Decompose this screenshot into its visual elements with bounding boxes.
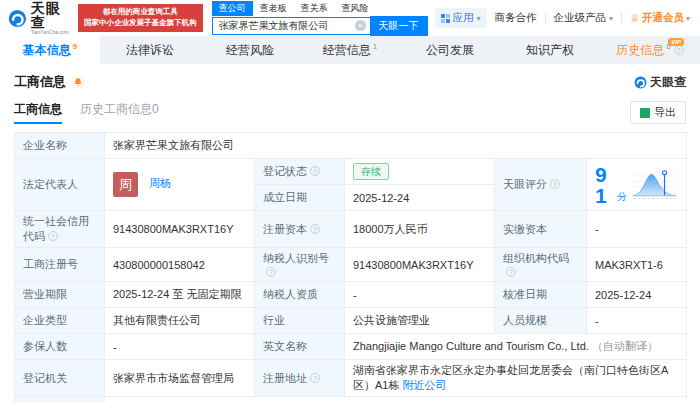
staff-value: - (587, 308, 687, 334)
status-badge: 存续 (353, 163, 389, 180)
export-label: 导出 (654, 105, 676, 120)
company-nav-tabs: 基本信息 9 法律诉讼 经营风险 经营信息 1 公司发展 知识产权 历史信息 6… (0, 36, 700, 64)
section-header: 工商信息 天眼查 (0, 64, 700, 91)
est-date-label: 成立日期 (255, 185, 345, 211)
reg-status-label-cell: 登记状态? (255, 159, 345, 185)
watermark-logo: 天眼查 (634, 74, 686, 91)
open-vip-menu[interactable]: ♕ 开通会员 ▾ (630, 11, 690, 25)
table-row: 经营范围? 一般项目：旅游开发项目策划咨询；游览景区管理；以自有资金从事投资活动… (15, 397, 687, 402)
tianyancha-company-page: 天眼查 TianYanCha.com 都在用的商业查询工具 国家中小企业发展子基… (0, 0, 700, 402)
reg-status-cell: 存续 (345, 159, 495, 185)
en-name-cell: Zhangjiajie Mango Culture and Tourism Co… (345, 334, 687, 360)
banner-line2: 国家中小企业发展子基金旗下机构 (84, 18, 197, 29)
crown-icon: ♕ (630, 12, 640, 25)
search-tab-company[interactable]: 查公司 (212, 1, 253, 16)
table-row: 企业类型 其他有限责任公司 行业 公共设施管理业 人员规模 - (15, 308, 687, 334)
table-row: 法定代表人 周 周杨 登记状态? 存续 天眼评分? 91 分 (15, 159, 687, 185)
clear-icon[interactable]: ✕ (355, 20, 366, 31)
legal-rep-link[interactable]: 周杨 (149, 177, 171, 189)
apps-menu[interactable]: 应用 ▾ (435, 8, 487, 28)
taxid-label: 纳税人识别号 (263, 252, 329, 264)
scope-label-cell: 经营范围? (15, 397, 105, 402)
table-row: 参保人数 - 英文名称 Zhangjiajie Mango Culture an… (15, 334, 687, 360)
help-icon[interactable]: ? (506, 267, 516, 277)
biz-cooperation-link[interactable]: 商务合作 (495, 11, 537, 25)
regcap-value: 18000万人民币 (345, 211, 495, 248)
tab-history-info[interactable]: 历史信息 6 ? VIP (600, 36, 700, 64)
table-row: 统一社会信用代码? 91430800MAK3RXT16Y 注册资本? 18000… (15, 211, 687, 248)
help-icon[interactable]: ? (550, 179, 560, 189)
uscc-value: 91430800MAK3RXT16Y (105, 211, 255, 248)
score-cell[interactable]: 91 分 (587, 159, 687, 211)
tianyancha-logo-icon (634, 76, 647, 89)
avatar[interactable]: 周 (113, 172, 138, 197)
score-unit: 分 (617, 190, 627, 204)
tab-operation-info[interactable]: 经营信息 1 (300, 36, 400, 64)
tab-label: 公司发展 (426, 42, 474, 59)
top-header: 天眼查 TianYanCha.com 都在用的商业查询工具 国家中小企业发展子基… (0, 0, 700, 36)
help-icon[interactable]: ? (48, 231, 58, 241)
regno-value: 430800000158042 (105, 248, 255, 282)
help-icon[interactable]: ? (674, 45, 684, 55)
logo-name: 天眼查 (31, 1, 71, 29)
regno-label: 工商注册号 (15, 248, 105, 282)
taxq-label: 纳税人资质 (255, 282, 345, 308)
search-button[interactable]: 天眼一下 (370, 16, 428, 36)
search-input[interactable] (212, 17, 370, 35)
tab-intellectual-property[interactable]: 知识产权 (500, 36, 600, 64)
caret-down-icon: ▾ (477, 14, 481, 23)
subtab-row: 工商信息 历史工商信息0 导出 (0, 91, 700, 124)
search-tab-boss[interactable]: 查老板 (253, 1, 294, 16)
caret-down-icon: ▾ (609, 14, 613, 23)
export-button[interactable]: 导出 (630, 101, 686, 124)
vip-badge: VIP (668, 38, 684, 46)
search-box: ✕ 天眼一下 (212, 16, 428, 36)
tab-basic-info[interactable]: 基本信息 9 (0, 36, 100, 64)
score-label: 天眼评分 (503, 178, 547, 190)
monitor-bell-icon[interactable] (72, 76, 84, 88)
brand-banner: 都在用的商业查询工具 国家中小企业发展子基金旗下机构 (78, 4, 203, 32)
tab-count: 1 (373, 42, 377, 51)
logo-subtitle: TianYanCha.com (31, 30, 71, 35)
scope-value: 一般项目：旅游开发项目策划咨询；游览景区管理；以自有资金从事投资活动；票务代理服… (105, 397, 687, 402)
tab-label: 法律诉讼 (126, 42, 174, 59)
business-info-table: 企业名称 张家界芒果文旅有限公司 法定代表人 周 周杨 登记状态? 存续 天眼评… (14, 132, 687, 402)
help-icon[interactable]: ? (266, 267, 276, 277)
term-label: 营业期限 (15, 282, 105, 308)
address-value: 湖南省张家界市永定区永定办事处回龙居委会（南门口特色街区A区）A1栋 (353, 364, 668, 391)
score-label-cell: 天眼评分? (495, 159, 587, 211)
taxq-value: - (345, 282, 495, 308)
address-label: 注册地址 (263, 372, 307, 384)
app-grid-icon (441, 14, 450, 23)
enterprise-label: 企业级产品 (554, 11, 607, 23)
help-icon[interactable]: ? (310, 373, 320, 383)
help-icon[interactable]: ? (310, 166, 320, 176)
approve-label: 核准日期 (495, 282, 587, 308)
company-name-value: 张家界芒果文旅有限公司 (105, 133, 687, 159)
taxid-label-cell: 纳税人识别号? (255, 248, 345, 282)
en-name-note: （自动翻译） (592, 340, 658, 352)
insured-value: - (105, 334, 255, 360)
search-tab-relation[interactable]: 查关系 (294, 1, 335, 16)
caret-down-icon: ▾ (686, 14, 690, 23)
tab-label: 基本信息 (23, 42, 71, 59)
tab-legal-litigation[interactable]: 法律诉讼 (100, 36, 200, 64)
tianyancha-logo[interactable]: 天眼查 TianYanCha.com (8, 1, 71, 35)
watermark-text: 天眼查 (650, 74, 686, 91)
score-value: 91 (595, 164, 613, 206)
help-icon[interactable]: ? (310, 224, 320, 234)
subtab-history-info[interactable]: 历史工商信息0 (80, 101, 159, 124)
nearby-companies-link[interactable]: 附近公司 (403, 379, 447, 391)
tab-operation-risk[interactable]: 经营风险 (200, 36, 300, 64)
divider (545, 12, 546, 24)
apps-label: 应用 (453, 11, 474, 25)
search-tab-risk[interactable]: 查风险 (335, 1, 376, 16)
address-label-cell: 注册地址? (255, 360, 345, 397)
enterprise-product-menu[interactable]: 企业级产品 ▾ (554, 11, 613, 25)
tab-company-development[interactable]: 公司发展 (400, 36, 500, 64)
search-area: 查公司 查老板 查关系 查风险 ✕ 天眼一下 (212, 1, 428, 36)
tab-count: 9 (73, 42, 77, 51)
table-row: 工商注册号 430800000158042 纳税人识别号? 91430800MA… (15, 248, 687, 282)
subtab-current-info[interactable]: 工商信息 (14, 101, 62, 124)
en-name-label: 英文名称 (255, 334, 345, 360)
